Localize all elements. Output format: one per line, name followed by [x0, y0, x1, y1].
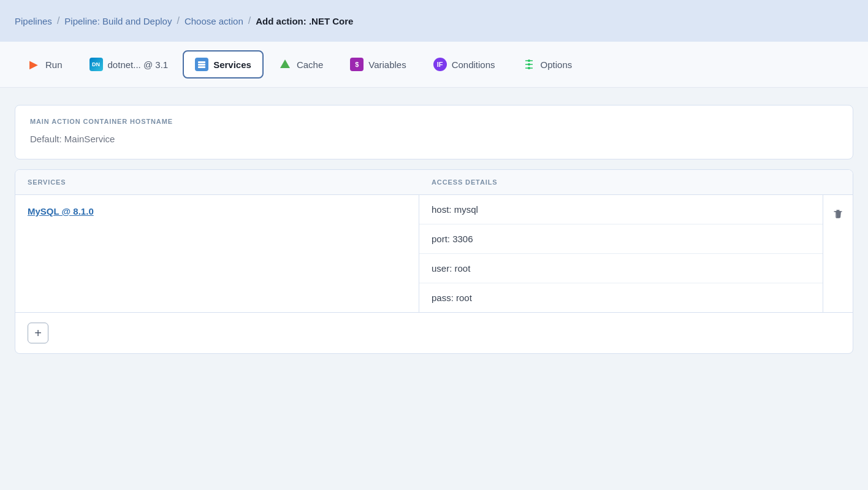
- hostname-value: Default: MainService: [30, 134, 838, 144]
- add-service-button[interactable]: +: [28, 323, 48, 343]
- delete-cell: [823, 195, 853, 312]
- tab-variables[interactable]: $ Variables: [338, 50, 418, 78]
- tab-variables-label: Variables: [368, 59, 406, 70]
- breadcrumb-current: Add action: .NET Core: [256, 16, 353, 26]
- table-row: MySQL @ 8.1.0 host: mysql port: 3306 use…: [15, 195, 853, 312]
- breadcrumb-pipeline-build[interactable]: Pipeline: Build and Deploy: [64, 16, 172, 26]
- tab-conditions[interactable]: IF Conditions: [421, 50, 508, 78]
- tab-dotnet[interactable]: DN dotnet... @ 3.1: [77, 50, 181, 78]
- tab-cache[interactable]: Cache: [266, 50, 335, 78]
- access-details-cell: host: mysql port: 3306 user: root pass: …: [419, 195, 823, 312]
- main-content: MAIN ACTION CONTAINER HOSTNAME Default: …: [0, 88, 868, 490]
- tab-run[interactable]: ▶ Run: [15, 50, 75, 78]
- options-icon: [522, 58, 536, 71]
- add-icon: +: [34, 326, 42, 340]
- access-detail-host: host: mysql: [419, 195, 823, 224]
- services-icon: [195, 58, 208, 71]
- access-detail-pass: pass: root: [419, 283, 823, 312]
- services-table-header: SERVICES ACCESS DETAILS: [15, 170, 853, 195]
- tab-dotnet-label: dotnet... @ 3.1: [108, 59, 169, 70]
- add-service-row: +: [15, 312, 853, 353]
- delete-service-button[interactable]: [830, 206, 846, 222]
- service-name-link[interactable]: MySQL @ 8.1.0: [28, 206, 94, 216]
- svg-rect-0: [198, 61, 205, 63]
- breadcrumb-choose-action[interactable]: Choose action: [185, 16, 243, 26]
- dotnet-icon: DN: [89, 58, 103, 71]
- svg-rect-1: [198, 64, 205, 66]
- hostname-label: MAIN ACTION CONTAINER HOSTNAME: [30, 118, 838, 125]
- cache-icon: [278, 58, 292, 71]
- breadcrumb-pipelines[interactable]: Pipelines: [15, 16, 52, 26]
- tab-run-label: Run: [45, 59, 63, 70]
- tab-bar: ▶ Run DN dotnet... @ 3.1 Services Cache: [0, 42, 868, 88]
- trash-icon: [832, 209, 843, 220]
- run-icon: ▶: [27, 58, 40, 71]
- tab-options[interactable]: Options: [510, 50, 585, 78]
- service-name-cell: MySQL @ 8.1.0: [15, 195, 419, 312]
- tab-options-label: Options: [541, 59, 573, 70]
- tab-conditions-label: Conditions: [452, 59, 495, 70]
- access-details-col-header: ACCESS DETAILS: [419, 170, 823, 194]
- breadcrumb-sep-3: /: [248, 15, 251, 26]
- services-col-header: SERVICES: [15, 170, 419, 194]
- breadcrumb-sep-2: /: [177, 15, 179, 26]
- svg-marker-3: [280, 59, 290, 68]
- conditions-icon: IF: [433, 58, 447, 71]
- tab-services-label: Services: [213, 59, 251, 70]
- access-detail-port: port: 3306: [419, 224, 823, 254]
- tab-services[interactable]: Services: [183, 50, 264, 78]
- breadcrumb-bar: Pipelines / Pipeline: Build and Deploy /…: [0, 0, 868, 42]
- svg-rect-2: [198, 66, 205, 68]
- tab-cache-label: Cache: [297, 59, 323, 70]
- hostname-card: MAIN ACTION CONTAINER HOSTNAME Default: …: [15, 105, 853, 159]
- variables-icon: $: [350, 58, 364, 71]
- access-detail-user: user: root: [419, 254, 823, 283]
- services-card: SERVICES ACCESS DETAILS MySQL @ 8.1.0 ho…: [15, 169, 853, 354]
- actions-col-header: [823, 170, 853, 194]
- breadcrumb-sep-1: /: [57, 15, 59, 26]
